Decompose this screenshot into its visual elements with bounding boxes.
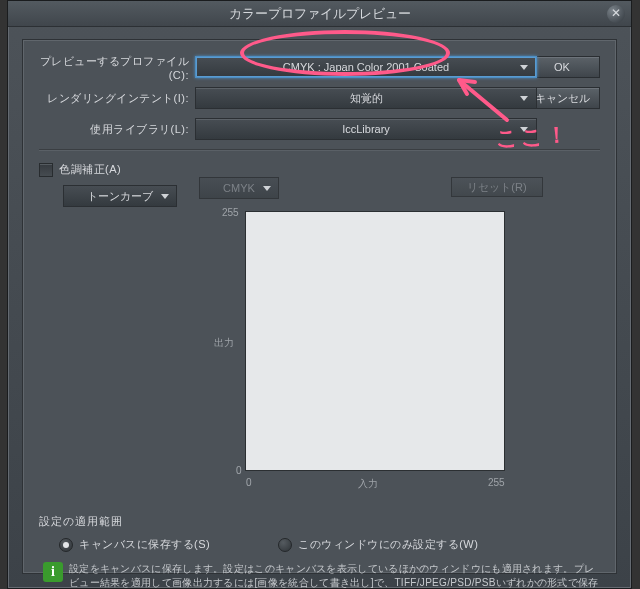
dialog-title: カラープロファイルプレビュー [229, 6, 411, 21]
separator [39, 149, 600, 150]
intent-value: 知覚的 [350, 92, 383, 104]
profile-select[interactable]: CMYK : Japan Color 2001 Coated [195, 56, 537, 78]
info-icon: i [43, 562, 63, 582]
profile-value: CMYK : Japan Color 2001 Coated [283, 61, 449, 73]
chevron-down-icon [520, 96, 528, 101]
chevron-down-icon [520, 127, 528, 132]
chevron-down-icon [263, 186, 271, 191]
y-axis-label: 出力 [214, 336, 234, 350]
scope-section: 設定の適用範囲 キャンバスに保存する(S) このウィンドウにのみ設定する(W) … [39, 514, 600, 589]
curve-select[interactable]: トーンカーブ [63, 185, 177, 207]
scope-opt1-label: キャンバスに保存する(S) [79, 537, 210, 552]
close-icon[interactable]: ✕ [607, 5, 625, 23]
radio-icon [59, 538, 73, 552]
scope-radio-canvas[interactable]: キャンバスに保存する(S) [59, 537, 210, 552]
colormodel-select: CMYK [199, 177, 279, 199]
curve-value: トーンカーブ [87, 190, 153, 202]
scope-title: 設定の適用範囲 [39, 514, 600, 529]
dialog: カラープロファイルプレビュー ✕ OK キャンセル プレビューするプロファイル(… [7, 0, 632, 589]
profile-label: プレビューするプロファイル(C): [39, 54, 195, 81]
radio-icon [278, 538, 292, 552]
x-axis-min: 0 [246, 477, 252, 488]
intent-select[interactable]: 知覚的 [195, 87, 537, 109]
scope-info-text: 設定をキャンバスに保存します。設定はこのキャンバスを表示しているほかのウィンドウ… [69, 562, 600, 589]
chevron-down-icon [161, 194, 169, 199]
titlebar: カラープロファイルプレビュー ✕ [8, 1, 631, 27]
library-label: 使用ライブラリ(L): [39, 122, 195, 137]
dialog-body: OK キャンセル プレビューするプロファイル(C): CMYK : Japan … [22, 39, 617, 574]
x-axis-label: 入力 [358, 477, 378, 491]
tone-label: 色調補正(A) [59, 162, 121, 177]
y-axis-min: 0 [236, 465, 242, 476]
graph-area: 255 0 0 255 出力 入力 [218, 206, 523, 501]
tone-curve-graph [245, 211, 505, 471]
intent-label: レンダリングインテント(I): [39, 91, 195, 106]
library-value: IccLibrary [342, 123, 390, 135]
chevron-down-icon [520, 65, 528, 70]
library-select[interactable]: IccLibrary [195, 118, 537, 140]
x-axis-max: 255 [488, 477, 505, 488]
scope-radio-window[interactable]: このウィンドウにのみ設定する(W) [278, 537, 478, 552]
scope-opt2-label: このウィンドウにのみ設定する(W) [298, 537, 478, 552]
tone-checkbox[interactable] [39, 163, 53, 177]
reset-button: リセット(R) [451, 177, 543, 197]
colormodel-value: CMYK [223, 182, 255, 194]
y-axis-max: 255 [222, 207, 239, 218]
